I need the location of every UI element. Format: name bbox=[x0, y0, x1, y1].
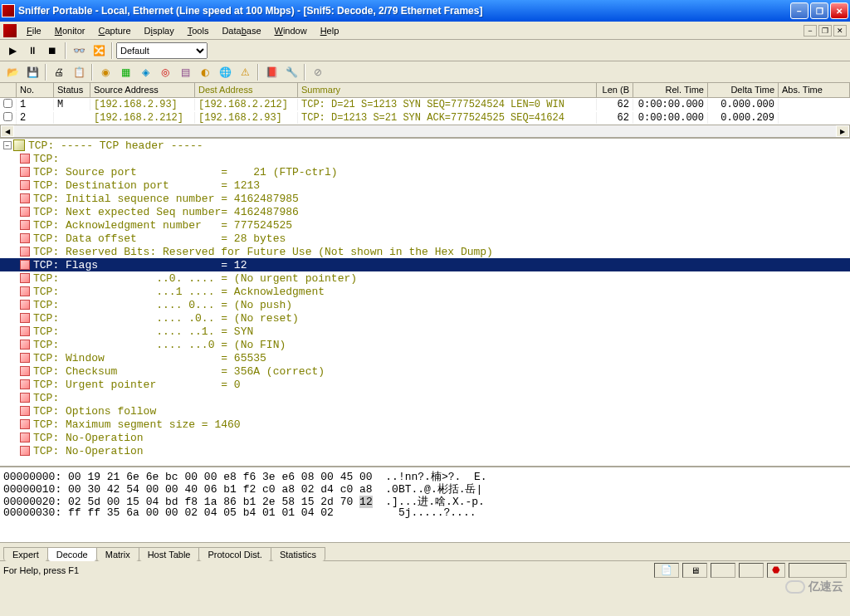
host-table-icon[interactable]: ▦ bbox=[116, 63, 134, 81]
col-status[interactable]: Status bbox=[54, 83, 90, 97]
decode-line[interactable]: TCP: Next expected Seq number= 416248798… bbox=[0, 205, 850, 218]
col-check[interactable] bbox=[0, 83, 17, 97]
cancel-icon[interactable]: ⊘ bbox=[309, 63, 327, 81]
decode-line[interactable]: TCP: Source port = 21 (FTP-ctrl) bbox=[0, 165, 850, 178]
history-icon[interactable]: ▤ bbox=[176, 63, 194, 81]
table-row[interactable]: 2[192.168.2.212][192.168.2.93]TCP: D=121… bbox=[0, 111, 850, 125]
menu-display[interactable]: Display bbox=[141, 24, 178, 37]
col-len[interactable]: Len (B bbox=[597, 83, 633, 97]
col-summary[interactable]: Summary bbox=[298, 83, 597, 97]
binoculars-icon[interactable]: 👓 bbox=[70, 42, 88, 60]
decode-line[interactable]: TCP: .... ..1. = SYN bbox=[0, 325, 850, 338]
alarm-icon[interactable]: ⚠ bbox=[236, 63, 254, 81]
open-icon[interactable]: 📂 bbox=[3, 63, 22, 81]
matrix-icon[interactable]: ◈ bbox=[136, 63, 154, 81]
filter-combo[interactable]: Default bbox=[116, 42, 208, 59]
smart-icon[interactable]: 🔧 bbox=[282, 63, 300, 81]
table-row[interactable]: 1M[192.168.2.93][192.168.2.212]TCP: D=21… bbox=[0, 98, 850, 111]
menu-tools[interactable]: Tools bbox=[184, 24, 212, 37]
field-icon bbox=[20, 286, 30, 296]
status-cell-1: 📄 bbox=[654, 563, 679, 578]
decode-pane[interactable]: − TCP: ----- TCP header ----- TCP:TCP: S… bbox=[0, 138, 850, 466]
decode-line[interactable]: TCP: Maximum segment size = 1460 bbox=[0, 418, 850, 431]
tab-statistics[interactable]: Statistics bbox=[271, 547, 325, 561]
field-icon bbox=[20, 193, 30, 203]
decode-line[interactable]: TCP: Flags = 12 bbox=[0, 258, 850, 271]
row-checkbox[interactable] bbox=[3, 99, 12, 108]
decode-line[interactable]: TCP: Options follow bbox=[0, 404, 850, 418]
define-filter-icon[interactable]: 🔀 bbox=[90, 42, 108, 60]
grid-scrollbar[interactable]: ◀ ▶ bbox=[0, 125, 850, 138]
toolbar-file: 📂 💾 🖨 📋 ◉ ▦ ◈ ◎ ▤ ◐ 🌐 ⚠ 📕 🔧 ⊘ bbox=[0, 61, 850, 83]
menu-database[interactable]: Database bbox=[218, 24, 264, 37]
tab-decode[interactable]: Decode bbox=[47, 547, 97, 561]
menu-file[interactable]: File bbox=[23, 24, 45, 37]
mdi-restore[interactable]: ❐ bbox=[818, 25, 832, 37]
app-icon-small bbox=[3, 24, 17, 37]
field-icon bbox=[20, 353, 30, 363]
hex-line[interactable]: 00000000: 00 19 21 6e 6e bc 00 00 e8 f6 … bbox=[3, 469, 847, 482]
protocol-icon bbox=[13, 139, 25, 151]
tab-protocoldist[interactable]: Protocol Dist. bbox=[198, 547, 271, 561]
decode-line[interactable]: TCP: .... .0.. = (No reset) bbox=[0, 311, 850, 325]
decode-line[interactable]: TCP: No-Operation bbox=[0, 431, 850, 444]
hex-pane[interactable]: 00000000: 00 19 21 6e 6e bc 00 00 e8 f6 … bbox=[0, 466, 850, 542]
col-abstime[interactable]: Abs. Time bbox=[779, 83, 850, 97]
scroll-right-icon[interactable]: ▶ bbox=[836, 125, 849, 137]
scroll-left-icon[interactable]: ◀ bbox=[1, 125, 14, 137]
hex-line[interactable]: 00000020: 02 5d 00 15 04 bd f8 1a 86 b1 … bbox=[3, 494, 847, 506]
decode-line[interactable]: TCP: Window = 65535 bbox=[0, 351, 850, 364]
collapse-icon[interactable]: − bbox=[3, 141, 12, 149]
address-book-icon[interactable]: 📕 bbox=[262, 63, 281, 81]
col-source[interactable]: Source Address bbox=[90, 83, 195, 97]
decode-line[interactable]: TCP: Urgent pointer = 0 bbox=[0, 378, 850, 391]
decode-line[interactable]: TCP: .... 0... = (No push) bbox=[0, 298, 850, 311]
field-icon bbox=[20, 379, 30, 389]
decode-header-row[interactable]: − TCP: ----- TCP header ----- bbox=[0, 139, 850, 152]
menu-monitor[interactable]: Monitor bbox=[51, 24, 89, 37]
col-no[interactable]: No. bbox=[17, 83, 54, 97]
global-icon[interactable]: 🌐 bbox=[216, 63, 234, 81]
field-icon bbox=[20, 326, 30, 336]
decode-line[interactable]: TCP: bbox=[0, 391, 850, 404]
tab-matrix[interactable]: Matrix bbox=[96, 547, 139, 561]
menu-capture[interactable]: Capture bbox=[95, 24, 134, 37]
decode-line[interactable]: TCP: Initial sequence number = 416248798… bbox=[0, 192, 850, 205]
decode-line[interactable]: TCP: No-Operation bbox=[0, 444, 850, 457]
col-deltatime[interactable]: Delta Time bbox=[708, 83, 779, 97]
col-dest[interactable]: Dest Address bbox=[195, 83, 298, 97]
dashboard-icon[interactable]: ◉ bbox=[96, 63, 115, 81]
menu-help[interactable]: Help bbox=[317, 24, 343, 37]
decode-line[interactable]: TCP: bbox=[0, 152, 850, 165]
stop-button[interactable]: ⏹ bbox=[43, 42, 61, 60]
print-icon[interactable]: 🖨 bbox=[50, 63, 68, 81]
hex-line[interactable]: 00000010: 00 30 42 54 00 00 40 06 b1 f2 … bbox=[3, 482, 847, 494]
close-button[interactable]: ✕ bbox=[830, 2, 848, 19]
app-response-icon[interactable]: ◎ bbox=[156, 63, 174, 81]
play-button[interactable]: ▶ bbox=[3, 42, 22, 60]
decode-line[interactable]: TCP: ...1 .... = Acknowledgment bbox=[0, 285, 850, 298]
decode-line[interactable]: TCP: Reserved Bits: Reserved for Future … bbox=[0, 245, 850, 258]
decode-line[interactable]: TCP: .... ...0 = (No FIN) bbox=[0, 338, 850, 351]
mdi-minimize[interactable]: − bbox=[804, 25, 817, 37]
protocol-icon[interactable]: ◐ bbox=[196, 63, 214, 81]
decode-line[interactable]: TCP: Acknowledgment number = 777524525 bbox=[0, 218, 850, 232]
col-reltime[interactable]: Rel. Time bbox=[633, 83, 708, 97]
menu-window[interactable]: Window bbox=[271, 24, 310, 37]
save-icon[interactable]: 💾 bbox=[23, 63, 42, 81]
pause-button[interactable]: ⏸ bbox=[23, 42, 42, 60]
maximize-button[interactable]: ❐ bbox=[810, 2, 828, 19]
hex-line[interactable]: 00000030: ff ff 35 6a 00 00 02 04 05 b4 … bbox=[3, 506, 847, 519]
minimize-button[interactable]: − bbox=[790, 2, 808, 19]
decode-line[interactable]: TCP: Data offset = 28 bytes bbox=[0, 232, 850, 245]
copy-icon[interactable]: 📋 bbox=[70, 63, 88, 81]
tab-hosttable[interactable]: Host Table bbox=[139, 547, 200, 561]
mdi-close[interactable]: ✕ bbox=[833, 25, 847, 37]
tab-expert[interactable]: Expert bbox=[3, 547, 48, 561]
field-icon bbox=[20, 247, 30, 257]
decode-line[interactable]: TCP: Destination port = 1213 bbox=[0, 178, 850, 192]
packet-grid: No. Status Source Address Dest Address S… bbox=[0, 83, 850, 138]
decode-line[interactable]: TCP: Checksum = 356A (correct) bbox=[0, 364, 850, 378]
decode-line[interactable]: TCP: ..0. .... = (No urgent pointer) bbox=[0, 271, 850, 285]
row-checkbox[interactable] bbox=[3, 112, 12, 121]
